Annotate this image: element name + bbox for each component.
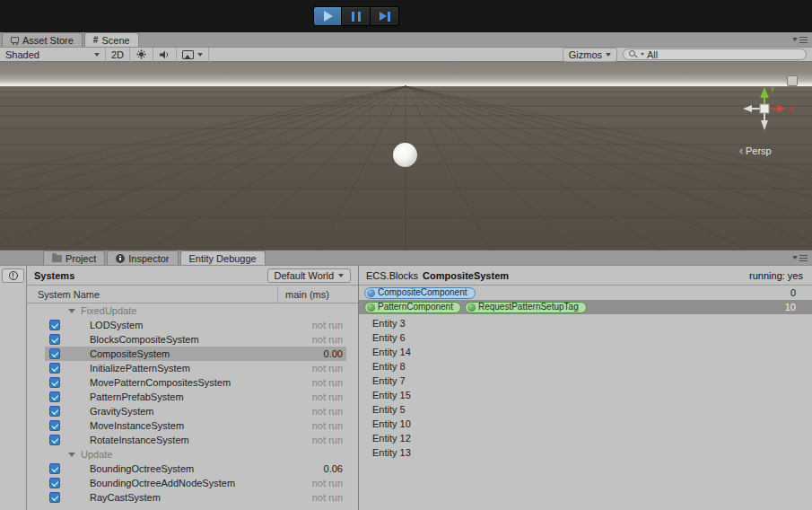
system-time: not run: [273, 478, 346, 488]
system-enabled-checkbox[interactable]: [49, 348, 60, 359]
tab-scene[interactable]: # Scene: [84, 32, 139, 47]
system-row[interactable]: LODSystem not run: [45, 318, 346, 332]
console-error-button[interactable]: [2, 268, 24, 283]
chevron-down-icon: [338, 274, 344, 277]
play-button[interactable]: [313, 6, 342, 26]
system-row[interactable]: BoundingOctreeAddNodeSystem not run: [45, 476, 346, 490]
system-enabled-checkbox[interactable]: [49, 391, 60, 402]
foldout-icon: [68, 309, 75, 313]
gizmos-dropdown[interactable]: Gizmos: [563, 48, 617, 62]
system-row[interactable]: MoveInstanceSystem not run: [45, 418, 346, 433]
component-pill: RequestPatternSetupTag: [465, 302, 587, 313]
component-pill-label: RequestPatternSetupTag: [478, 303, 579, 312]
menu-lines-icon: [799, 255, 808, 261]
system-row[interactable]: BlocksCompositeSystem not run: [45, 332, 346, 347]
system-row[interactable]: BoundingOctreeSystem 0.06: [45, 462, 346, 476]
system-enabled-checkbox[interactable]: [49, 420, 60, 431]
system-row[interactable]: GravitySystem not run: [45, 404, 346, 418]
tab-project[interactable]: Project: [43, 251, 105, 265]
entity-row[interactable]: Entity 13: [359, 445, 812, 460]
toggle-2d-label: 2D: [111, 49, 124, 60]
axis-x-label: x: [789, 104, 793, 113]
system-enabled-checkbox[interactable]: [49, 435, 60, 445]
system-name: CompositeSystem: [90, 348, 273, 359]
image-icon: [182, 50, 194, 59]
projection-toggle[interactable]: ‹ Persp: [739, 145, 772, 156]
orientation-gizmo[interactable]: y x: [734, 80, 802, 137]
entity-label: Entity 8: [372, 361, 406, 372]
scene-lighting-toggle[interactable]: [130, 48, 153, 62]
entity-row[interactable]: Entity 5: [359, 402, 812, 417]
group-row-fixedupdate[interactable]: FixedUpdate: [45, 303, 346, 318]
system-enabled-checkbox[interactable]: [49, 334, 60, 345]
sun-icon: [139, 52, 144, 57]
gizmos-label: Gizmos: [569, 49, 602, 60]
main-toolbar: [0, 0, 812, 32]
entity-row[interactable]: Entity 7: [359, 374, 812, 388]
system-row[interactable]: RotateInstanceSystem not run: [45, 433, 346, 447]
entity-row[interactable]: Entity 8: [359, 359, 812, 374]
systems-header: Systems Default World: [27, 266, 358, 286]
component-pill-label: PatternComponent: [378, 303, 453, 312]
tab-asset-store[interactable]: Asset Store: [2, 32, 83, 47]
tab-inspector-label: Inspector: [128, 253, 169, 264]
detail-system-name: CompositeSystem: [423, 270, 509, 281]
system-enabled-checkbox[interactable]: [49, 478, 60, 488]
chevron-down-icon: [94, 53, 100, 57]
entity-row[interactable]: Entity 10: [359, 417, 812, 431]
systems-panel: Systems Default World System Name main (…: [27, 266, 359, 510]
entity-row[interactable]: Entity 14: [359, 345, 812, 359]
shading-mode-dropdown[interactable]: Shaded: [0, 48, 106, 62]
info-icon: [116, 254, 125, 263]
system-name: BoundingOctreeAddNodeSystem: [90, 478, 273, 488]
pause-button[interactable]: [342, 6, 371, 26]
entity-label: Entity 7: [372, 375, 406, 386]
system-enabled-checkbox[interactable]: [49, 406, 60, 417]
entity-row[interactable]: Entity 6: [359, 330, 812, 345]
entity-list: Entity 3 Entity 6 Entity 14 Entity 8 Ent…: [359, 314, 812, 460]
entity-row[interactable]: Entity 3: [359, 316, 812, 330]
system-enabled-checkbox[interactable]: [49, 377, 60, 388]
entity-row[interactable]: Entity 12: [359, 431, 812, 445]
system-row[interactable]: InitializePatternSystem not run: [45, 361, 346, 375]
world-selector-dropdown[interactable]: Default World: [267, 268, 351, 283]
scene-audio-toggle[interactable]: [153, 48, 177, 62]
step-button[interactable]: [371, 6, 399, 26]
group-row-update[interactable]: Update: [45, 447, 346, 462]
toggle-2d-button[interactable]: 2D: [106, 48, 130, 62]
entity-label: Entity 12: [372, 433, 411, 444]
scene-toolbar: Shaded 2D Gizmos All: [0, 48, 812, 62]
system-time: 0.06: [273, 463, 346, 474]
system-time: not run: [273, 363, 346, 374]
exclamation-circle-icon: [9, 271, 18, 280]
system-enabled-checkbox[interactable]: [49, 363, 60, 374]
chevron-down-icon: [792, 38, 798, 41]
system-name: GravitySystem: [90, 406, 273, 417]
system-name: PatternPrefabSystem: [90, 391, 273, 402]
scene-search-input[interactable]: All: [623, 48, 807, 60]
component-query-row-selected[interactable]: PatternComponent RequestPatternSetupTag …: [359, 300, 812, 314]
system-row-selected[interactable]: CompositeSystem 0.00: [45, 347, 346, 361]
system-enabled-checkbox[interactable]: [49, 492, 60, 503]
entity-row[interactable]: Entity 15: [359, 388, 812, 402]
search-icon: [629, 50, 638, 59]
group-label: Update: [81, 449, 112, 460]
scene-sphere-object: [393, 143, 417, 167]
tab-entity-debugger[interactable]: Entity Debugge: [180, 251, 266, 265]
system-row[interactable]: PatternPrefabSystem not run: [45, 390, 346, 404]
system-enabled-checkbox[interactable]: [49, 463, 60, 474]
foldout-icon: [68, 453, 75, 457]
tab-inspector[interactable]: Inspector: [107, 251, 178, 265]
persp-caret-icon: ‹: [739, 145, 743, 156]
component-pill: PatternComponent: [364, 302, 461, 313]
component-query-row[interactable]: CompositeComponent 0: [359, 286, 812, 300]
system-row[interactable]: MovePatternCompositesSystem not run: [45, 375, 346, 390]
system-enabled-checkbox[interactable]: [49, 320, 60, 330]
scene-effects-dropdown[interactable]: [177, 48, 209, 62]
panel-menu-icon[interactable]: [792, 255, 808, 261]
system-name: MoveInstanceSystem: [90, 420, 273, 431]
chevron-down-icon: [641, 53, 644, 56]
system-row[interactable]: RayCastSystem not run: [45, 490, 346, 505]
panel-menu-icon[interactable]: [792, 37, 808, 43]
scene-viewport[interactable]: y x ‹ Persp: [0, 62, 812, 250]
